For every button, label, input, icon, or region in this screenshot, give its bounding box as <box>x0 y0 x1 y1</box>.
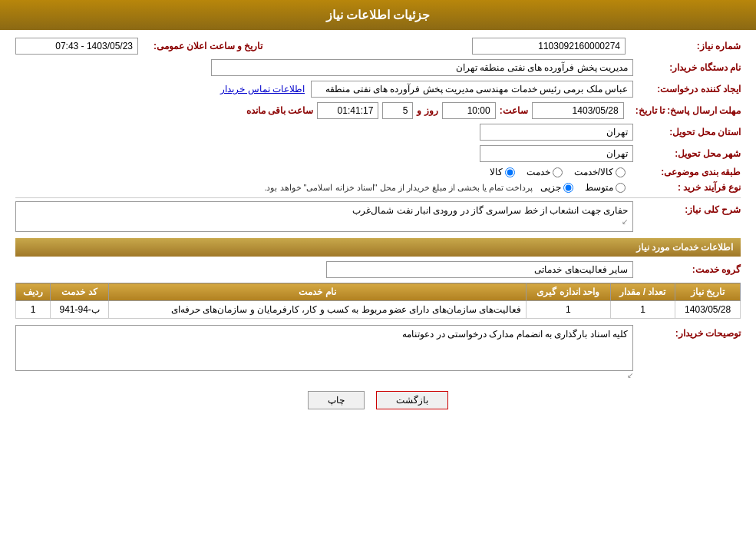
row-proc-type: نوع فرآیند خرید : متوسط جزیی پرداخت تمام… <box>15 182 741 193</box>
response-date-value: 1403/05/28 <box>532 102 624 119</box>
row-category: طبقه بندی موضوعی: کالا/خدمت خدمت کالا <box>15 167 741 177</box>
row-service-group: گروه خدمت: سایر فعالیت‌های خدماتی <box>15 261 741 278</box>
category-kala: کالا <box>490 167 515 177</box>
proc-type-jazee-radio[interactable] <box>563 183 573 193</box>
row-need-desc: شرح کلی نیاز: حفاری جهت انشعاب از خط سرا… <box>15 201 741 232</box>
creator-label: ایجاد کننده درخواست: <box>633 84 741 94</box>
province-value: تهران <box>480 124 633 141</box>
separator-1 <box>15 197 741 198</box>
category-radio-group: کالا/خدمت خدمت کالا <box>490 167 626 177</box>
response-days-value: 5 <box>382 102 413 119</box>
response-remaining-label: ساعت باقی مانده <box>246 105 314 116</box>
cell-row: 1 <box>16 301 51 319</box>
col-name: نام خدمت <box>109 283 527 301</box>
services-table: تاریخ نیاز تعداد / مقدار واحد اندازه گیر… <box>15 283 741 319</box>
cell-code: ب-94-941 <box>51 301 109 319</box>
service-group-label: گروه خدمت: <box>633 264 741 275</box>
category-khedmat: خدمت <box>527 167 563 177</box>
services-section-title: اطلاعات خدمات مورد نیاز <box>15 238 741 257</box>
row-creator: ایجاد کننده درخواست: عباس ملک برمی رئیس … <box>15 81 741 98</box>
proc-type-jazee: جزیی <box>540 182 573 193</box>
announce-date-label: تاریخ و ساعت اعلان عمومی: <box>146 41 262 51</box>
cell-unit: 1 <box>526 301 610 319</box>
city-label: شهر محل تحویل: <box>633 148 741 159</box>
need-number-value: 1103092160000274 <box>472 38 626 55</box>
back-button[interactable]: بازگشت <box>376 391 448 409</box>
row-province: استان محل تحویل: تهران <box>15 124 741 141</box>
creator-value: عباس ملک برمی رئیس خدمات مهندسی مدیریت پ… <box>311 81 633 98</box>
table-row: 1403/05/28 1 1 فعالیت‌های سازمان‌های دار… <box>16 301 741 319</box>
response-time-value: 10:00 <box>442 102 496 119</box>
province-label: استان محل تحویل: <box>633 127 741 137</box>
proc-type-radio-group: متوسط جزیی <box>540 182 626 193</box>
category-kala-radio[interactable] <box>505 167 515 177</box>
row-response-deadline: مهلت ارسال پاسخ: تا تاریخ: 1403/05/28 سا… <box>15 102 741 119</box>
category-kala-khedmat: کالا/خدمت <box>574 167 626 177</box>
row-city: شهر محل تحویل: تهران <box>15 145 741 162</box>
proc-type-label: نوع فرآیند خرید : <box>633 182 741 193</box>
resize-handle: ↙ <box>622 217 628 226</box>
response-days-label: روز و <box>417 105 437 116</box>
row-buyer-desc: توصیحات خریدار: کلیه اسناد بارگذاری به ا… <box>15 325 741 379</box>
row-need-number: شماره نیاز: 1103092160000274 تاریخ و ساع… <box>15 38 741 55</box>
need-number-label: شماره نیاز: <box>633 41 741 51</box>
cell-quantity: 1 <box>610 301 675 319</box>
proc-type-motavasset-radio[interactable] <box>616 183 626 193</box>
need-desc-box: حفاری جهت انشعاب از خط سراسری گاز در ورو… <box>15 201 633 232</box>
buyer-desc-container: کلیه اسناد بارگذاری به انضمام مدارک درخو… <box>15 325 633 379</box>
response-deadline-label: مهلت ارسال پاسخ: تا تاریخ: <box>628 105 741 116</box>
buttons-row: بازگشت چاپ <box>15 391 741 409</box>
creator-link[interactable]: اطلاعات تماس خریدار <box>220 84 305 94</box>
col-row: ردیف <box>16 283 51 301</box>
buyer-org-value: مدیریت پخش فرآورده های نفتی منطقه تهران <box>211 59 633 76</box>
response-time-label: ساعت: <box>500 105 528 116</box>
cell-date: 1403/05/28 <box>675 301 741 319</box>
col-date: تاریخ نیاز <box>675 283 741 301</box>
row-buyer-org: نام دستگاه خریدار: مدیریت پخش فرآورده ها… <box>15 59 741 76</box>
buyer-desc-resize: ↙ <box>15 371 633 379</box>
proc-type-desc: پرداخت تمام یا بخشی از مبلغ خریدار از مح… <box>264 183 533 193</box>
col-code: کد خدمت <box>51 283 109 301</box>
category-kala-khedmat-radio[interactable] <box>616 167 626 177</box>
proc-type-motavasset: متوسط <box>585 182 626 193</box>
need-desc-label: شرح کلی نیاز: <box>633 201 741 215</box>
service-group-value: سایر فعالیت‌های خدماتی <box>326 261 633 278</box>
city-value: تهران <box>480 145 633 162</box>
buyer-desc-box: کلیه اسناد بارگذاری به انضمام مدارک درخو… <box>15 325 633 371</box>
col-unit: واحد اندازه گیری <box>526 283 610 301</box>
category-label: طبقه بندی موضوعی: <box>633 167 741 177</box>
buyer-org-label: نام دستگاه خریدار: <box>633 62 741 73</box>
col-quantity: تعداد / مقدار <box>610 283 675 301</box>
buyer-desc-label: توصیحات خریدار: <box>633 325 741 339</box>
page-container: جزئیات اطلاعات نیاز شماره نیاز: 11030921… <box>0 0 756 540</box>
category-khedmat-radio[interactable] <box>553 167 563 177</box>
cell-name: فعالیت‌های سازمان‌های دارای عضو مربوط به… <box>109 301 527 319</box>
header-title: جزئیات اطلاعات نیاز <box>326 8 431 22</box>
main-content: شماره نیاز: 1103092160000274 تاریخ و ساع… <box>0 30 756 429</box>
announce-date-value: 1403/05/23 - 07:43 <box>15 38 138 55</box>
response-remaining-value: 01:41:17 <box>317 102 378 119</box>
table-header-row: تاریخ نیاز تعداد / مقدار واحد اندازه گیر… <box>16 283 741 301</box>
page-header: جزئیات اطلاعات نیاز <box>0 0 756 30</box>
print-button[interactable]: چاپ <box>308 391 365 409</box>
